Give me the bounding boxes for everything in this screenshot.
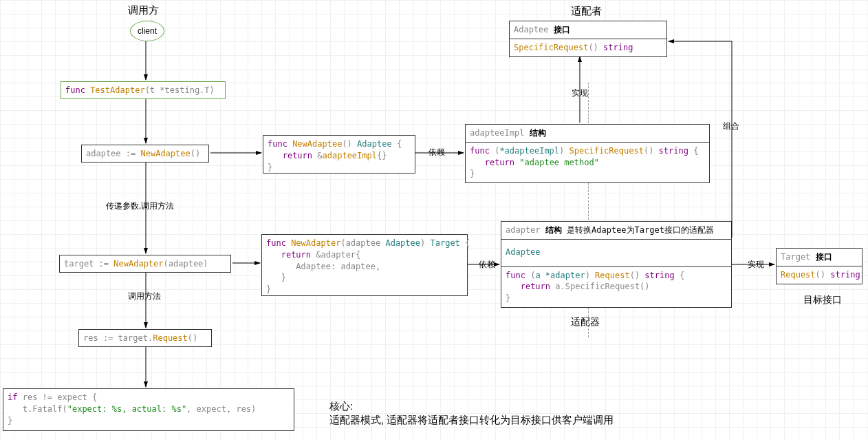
assign-target-code: target := NewAdapter(adaptee) bbox=[60, 255, 230, 273]
target-iface-box: Target 接口 Request() string bbox=[776, 248, 862, 284]
assign-adaptee-box: adaptee := NewAdaptee() bbox=[81, 145, 209, 163]
adapter-role-header: 适配器 bbox=[571, 316, 600, 328]
target-iface-header: Target 接口 bbox=[777, 249, 862, 266]
assign-res-code: res := target.Request() bbox=[79, 330, 211, 347]
assign-adaptee-code: adaptee := NewAdaptee() bbox=[82, 145, 208, 163]
arrows-layer bbox=[0, 0, 868, 440]
if-block-box: if res != expect { t.Fatalf("expect: %s,… bbox=[3, 388, 294, 431]
assign-target-box: target := NewAdapter(adaptee) bbox=[59, 255, 231, 273]
adapter-header: adapter 结构 是转换Adaptee为Target接口的适配器 bbox=[501, 222, 731, 240]
adaptee-impl-header: adapteeImpl 结构 bbox=[466, 125, 709, 143]
adaptee-role-header: 适配者 bbox=[571, 5, 602, 18]
adaptee-iface-body: SpecificRequest() string bbox=[510, 39, 666, 56]
adapter-method: func (a *adapter) Request() string { ret… bbox=[501, 267, 731, 307]
target-role-header: 目标接口 bbox=[803, 294, 842, 306]
client-text: client bbox=[138, 26, 157, 36]
pass-params-label: 传递参数,调用方法 bbox=[106, 200, 174, 212]
func-newadapter-box: func NewAdapter(adaptee Adaptee) Target … bbox=[261, 234, 468, 296]
adapter-embed: Adaptee bbox=[501, 240, 731, 267]
target-iface-body: Request() string bbox=[777, 266, 862, 284]
assign-res-box: res := target.Request() bbox=[78, 329, 212, 347]
func-newadapter-code: func NewAdapter(adaptee Adaptee) Target … bbox=[262, 235, 467, 298]
caller-header: 调用方 bbox=[128, 4, 159, 17]
depend-label-2: 依赖 bbox=[479, 259, 495, 271]
func-testadapter-code: func TestAdapter(t *testing.T) bbox=[61, 82, 225, 99]
if-block-code: if res != expect { t.Fatalf("expect: %s,… bbox=[3, 389, 294, 429]
adaptee-impl-box: adapteeImpl 结构 func (*adapteeImpl) Speci… bbox=[465, 124, 710, 183]
adaptee-impl-body: func (*adapteeImpl) SpecificRequest() st… bbox=[466, 143, 709, 182]
func-newadaptee-code: func NewAdaptee() Adaptee { return &adap… bbox=[263, 136, 415, 176]
call-method-label: 调用方法 bbox=[128, 291, 161, 302]
func-testadapter-box: func TestAdapter(t *testing.T) bbox=[61, 81, 226, 99]
adapter-box: adapter 结构 是转换Adaptee为Target接口的适配器 Adapt… bbox=[501, 221, 732, 308]
impl-label-2: 实现 bbox=[748, 259, 764, 271]
compose-label: 组合 bbox=[723, 121, 739, 132]
func-newadaptee-box: func NewAdaptee() Adaptee { return &adap… bbox=[263, 135, 415, 174]
client-node: client bbox=[130, 21, 164, 41]
core-desc: 适配器模式, 适配器将适配者接口转化为目标接口供客户端调用 bbox=[329, 414, 614, 427]
depend-label-1: 依赖 bbox=[428, 147, 445, 158]
adaptee-iface-box: Adaptee 接口 SpecificRequest() string bbox=[509, 21, 667, 57]
core-title: 核心: bbox=[329, 400, 353, 413]
adaptee-iface-header: Adaptee 接口 bbox=[510, 21, 666, 39]
impl-label-1: 实现 bbox=[572, 87, 588, 99]
